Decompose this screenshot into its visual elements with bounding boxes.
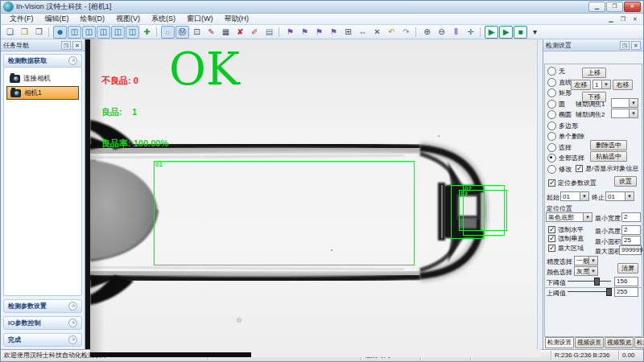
panel-pin-icon[interactable]: ◳ xyxy=(620,41,630,50)
menu-item[interactable]: 帮助(H) xyxy=(219,14,255,24)
min-area-input[interactable]: 25 xyxy=(621,236,641,245)
show-object-info-checkbox[interactable]: 是/否显示对象信息 xyxy=(576,164,638,173)
collapse-chevron-icon[interactable]: « xyxy=(68,319,77,327)
toolbar-icon[interactable]: ✕ xyxy=(370,26,384,39)
image-viewport[interactable]: 01 02 03 不良品: 0 良品: 1 良品率: 100.00% OK xyxy=(85,39,543,349)
shape-radio-option[interactable]: 无 xyxy=(547,66,584,77)
toolbar-icon[interactable]: ✚ xyxy=(140,26,154,39)
toolbar-icon[interactable]: ✛ xyxy=(464,26,477,39)
mdi-restore-icon[interactable]: ❐ xyxy=(618,14,628,23)
toolbar-icon[interactable]: ☻ xyxy=(53,26,67,39)
close-button[interactable]: ✕ xyxy=(624,2,641,12)
move-index-select[interactable]: 1▼ xyxy=(592,80,611,89)
min-height-input[interactable]: 2 xyxy=(621,225,641,235)
toolbar-icon[interactable]: ◫ xyxy=(68,26,81,39)
toolbar-icon[interactable]: ❐ xyxy=(18,26,31,39)
toolbar-icon[interactable]: ☼ xyxy=(161,26,175,39)
settings-bottom-tab[interactable]: 视频预览 xyxy=(605,337,634,348)
menu-item[interactable]: 系统(S) xyxy=(146,14,181,24)
force-horizontal-checkbox[interactable]: 强制水平 xyxy=(548,225,584,234)
position-params-checkbox[interactable]: 定位参数设置 xyxy=(548,179,597,187)
toolbar-icon[interactable]: ↷ xyxy=(399,26,413,39)
toolbar-icon[interactable]: ▶ xyxy=(499,26,513,39)
collapse-chevron-icon[interactable]: « xyxy=(68,302,77,311)
collapse-chevron-icon[interactable]: « xyxy=(68,56,77,65)
move-up-button[interactable]: 上移 xyxy=(582,68,606,78)
aux-focus1-select[interactable]: ▼ xyxy=(611,98,638,108)
aux-focus2-select[interactable]: ▼ xyxy=(611,109,638,118)
shape-radio-option[interactable]: 选择 xyxy=(547,142,584,154)
toolbar-icon[interactable]: ⚑ xyxy=(283,26,297,39)
toolbar-icon[interactable]: ↶ xyxy=(385,26,398,39)
toolbar-icon[interactable]: ⚑ xyxy=(327,26,341,39)
menu-item[interactable]: 视图(V) xyxy=(110,14,146,24)
toolbar-icon[interactable]: ✘ xyxy=(233,26,247,39)
roi-cap-03[interactable]: 03 xyxy=(459,190,507,231)
panel-close-icon[interactable]: ✕ xyxy=(72,41,82,50)
shape-radio-option[interactable]: 全部选择 xyxy=(547,153,584,164)
toolbar-icon[interactable]: ▾ xyxy=(528,26,542,39)
toolbar-icon[interactable]: ❏ xyxy=(3,26,17,39)
nav-section-collapsed[interactable]: 检测参数设置 « xyxy=(3,299,82,313)
move-left-button[interactable]: 左移 xyxy=(571,80,591,90)
shape-radio-option[interactable]: 单个删除 xyxy=(547,131,584,142)
upper-threshold-slider[interactable] xyxy=(568,287,611,295)
toolbar-icon[interactable]: ◫ xyxy=(126,26,139,39)
max-area-input[interactable]: 999999 xyxy=(619,245,642,255)
settings-bottom-tab[interactable]: 检测设置 xyxy=(545,337,574,348)
collapse-chevron-icon[interactable]: « xyxy=(68,335,77,344)
shape-radio-option[interactable]: 多边形 xyxy=(547,121,584,132)
panel-pin-icon[interactable]: ◳ xyxy=(61,41,71,50)
toolbar-icon[interactable]: ◫ xyxy=(82,26,96,39)
menu-item[interactable]: 绘制(D) xyxy=(75,14,111,24)
mdi-close-icon[interactable]: ✕ xyxy=(630,14,640,23)
menu-item[interactable]: 文件(F) xyxy=(4,14,39,24)
settings-bottom-tab[interactable]: 视频设置 xyxy=(575,337,604,348)
lower-threshold-input[interactable]: 156 xyxy=(614,277,638,286)
min-width-input[interactable]: 2 xyxy=(621,212,641,222)
start-select[interactable]: 01▼ xyxy=(560,191,589,201)
toolbar-icon[interactable]: ■ xyxy=(514,26,527,39)
max-region-checkbox[interactable]: 最大区域 xyxy=(548,244,584,253)
toolbar-icon[interactable]: ◫ xyxy=(97,26,110,39)
toolbar-icon[interactable]: ⊡ xyxy=(190,26,204,39)
minimize-button[interactable]: ▁ xyxy=(588,2,605,12)
toolbar-icon[interactable]: ⚑ xyxy=(298,26,312,39)
toolbar-icon[interactable]: ◫ xyxy=(111,26,125,39)
color-select[interactable]: 灰度▼ xyxy=(574,266,598,276)
setup-button[interactable]: 设置 xyxy=(614,176,637,187)
toolbar-icon[interactable]: ⊖ xyxy=(435,26,448,39)
toolbar-icon[interactable]: Ⓜ xyxy=(175,26,189,39)
toolbar-icon[interactable]: ❒ xyxy=(32,26,46,39)
end-select[interactable]: 01▼ xyxy=(605,191,634,201)
upper-threshold-input[interactable]: 255 xyxy=(614,287,638,297)
menu-item[interactable]: 编辑(E) xyxy=(39,14,75,24)
connect-camera-item[interactable]: 连接相机 xyxy=(6,72,79,86)
delete-selected-button[interactable]: 删除选中 xyxy=(590,140,627,150)
roi-body[interactable]: 01 xyxy=(154,161,415,265)
toolbar-icon[interactable]: ✐ xyxy=(248,26,262,39)
settings-bottom-tab[interactable]: 检测结果 xyxy=(634,337,644,348)
nav-section-collapsed[interactable]: IO参数控制 « xyxy=(3,316,82,330)
menu-item[interactable]: 窗口(W) xyxy=(181,14,219,24)
toolbar-icon[interactable]: ▶ xyxy=(485,26,498,39)
precision-select[interactable]: 一般▼ xyxy=(574,256,598,265)
toolbar-icon[interactable]: ⊕ xyxy=(420,26,434,39)
force-vertical-checkbox[interactable]: 强制垂直 xyxy=(548,234,584,243)
section-data-acquire[interactable]: 检测数据获取 « xyxy=(3,54,82,67)
nav-section-collapsed[interactable]: 完成 « xyxy=(3,333,82,347)
panel-close-icon[interactable]: ✕ xyxy=(631,41,641,50)
maximize-button[interactable]: ❐ xyxy=(606,2,623,12)
camera1-item[interactable]: 相机1 xyxy=(6,86,79,100)
lower-threshold-slider[interactable] xyxy=(568,277,611,285)
move-right-button[interactable]: 右移 xyxy=(613,80,633,90)
mdi-minimize-icon[interactable]: ▁ xyxy=(606,14,616,23)
toolbar-icon[interactable]: ✎ xyxy=(204,26,218,39)
clear-screen-button[interactable]: 清屏 xyxy=(617,263,638,274)
position-mode-select[interactable]: 黑色底部▼ xyxy=(546,212,592,222)
toolbar-icon[interactable]: ▦ xyxy=(219,26,233,39)
toolbar-icon[interactable]: ⊞ xyxy=(341,26,355,39)
toolbar-icon[interactable]: ⇔ xyxy=(356,26,369,39)
toolbar-icon[interactable]: ▤ xyxy=(262,26,276,39)
toolbar-icon[interactable]: Ⅱ xyxy=(449,26,463,39)
